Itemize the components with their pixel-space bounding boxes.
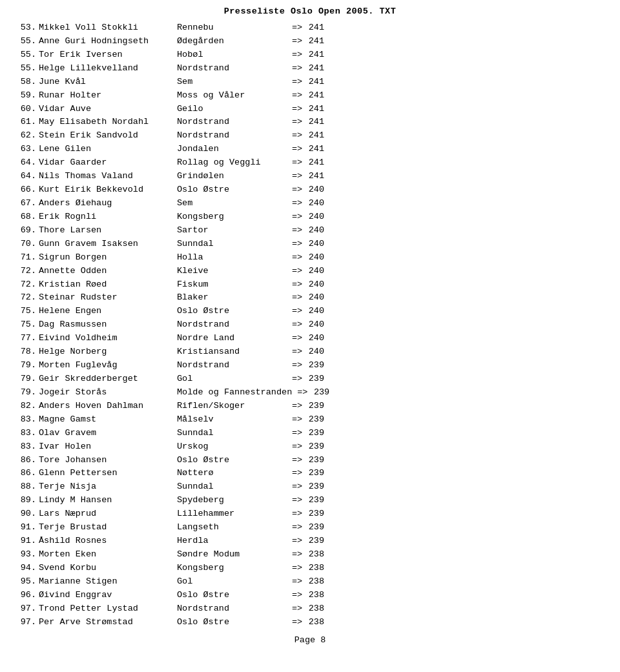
entry-city: Sunndal (177, 238, 287, 251)
list-container: 53.Mikkel Voll StokkliRennebu=>24155.Ann… (13, 21, 607, 629)
entry-arrow: => (289, 359, 305, 372)
entry-name: Sigrun Borgen (39, 251, 174, 265)
entry-arrow: => (289, 48, 305, 62)
list-item: 69.Thore LarsenSartor=>240 (13, 224, 607, 238)
entry-score: 240 (305, 332, 324, 345)
entry-city: Spydeberg (177, 494, 287, 507)
entry-score: 241 (305, 103, 324, 116)
entry-number: 72. (13, 278, 36, 292)
entry-name: Trond Petter Lystad (39, 602, 174, 616)
entry-city: Rollag og Veggli (177, 156, 287, 170)
entry-number: 68. (13, 210, 36, 224)
entry-arrow: => (289, 265, 305, 278)
entry-arrow: => (289, 427, 305, 440)
entry-number: 82. (13, 400, 36, 413)
entry-score: 240 (305, 278, 324, 292)
entry-city: Fiskum (177, 278, 287, 292)
list-item: 97.Trond Petter LystadNordstrand=>238 (13, 602, 607, 616)
entry-number: 93. (13, 548, 36, 562)
list-item: 75.Helene EngenOslo Østre=>240 (13, 305, 607, 318)
entry-name: Morten Fuglevåg (39, 359, 174, 372)
entry-score: 240 (305, 265, 324, 278)
entry-number: 62. (13, 129, 36, 143)
entry-score: 239 (305, 521, 324, 535)
entry-number: 64. (13, 156, 36, 170)
page-footer: Page 8 (13, 635, 607, 645)
entry-score: 241 (305, 116, 324, 129)
entry-name: Anders Hoven Dahlman (39, 400, 174, 413)
entry-score: 240 (305, 251, 324, 265)
entry-arrow: => (289, 548, 305, 562)
list-item: 72.Annette OddenKleive=>240 (13, 265, 607, 278)
entry-name: Vidar Auve (39, 103, 174, 116)
entry-city: Kristiansand (177, 345, 287, 359)
entry-score: 241 (305, 170, 324, 183)
entry-name: Nils Thomas Valand (39, 170, 174, 183)
entry-arrow: => (289, 480, 305, 494)
entry-city: Sartor (177, 224, 287, 238)
entry-score: 240 (305, 345, 324, 359)
entry-city: Gol (177, 372, 287, 386)
entry-city: Ødegården (177, 35, 287, 48)
entry-arrow: => (289, 197, 305, 210)
entry-arrow: => (289, 210, 305, 224)
entry-name: Ivar Holen (39, 440, 174, 454)
entry-score: 241 (305, 143, 324, 156)
entry-city: Nordstrand (177, 116, 287, 129)
entry-name: Per Arve Strømstad (39, 616, 174, 629)
entry-arrow: => (289, 89, 305, 103)
entry-arrow: => (289, 278, 305, 292)
entry-name: Anne Guri Hodningseth (39, 35, 174, 48)
entry-arrow: => (289, 224, 305, 238)
entry-number: 53. (13, 21, 36, 35)
entry-name: Runar Holter (39, 89, 174, 103)
entry-score: 240 (305, 183, 324, 197)
list-item: 77.Eivind VoldheimNordre Land=>240 (13, 332, 607, 345)
entry-name: Terje Brustad (39, 521, 174, 535)
list-item: 90.Lars NæprudLillehammer=>239 (13, 507, 607, 521)
entry-name: Glenn Pettersen (39, 467, 174, 480)
entry-name: Thore Larsen (39, 224, 174, 238)
list-item: 58.June KvålSem=>241 (13, 76, 607, 89)
list-item: 95.Marianne StigenGol=>238 (13, 575, 607, 589)
entry-arrow: => (289, 535, 305, 548)
list-item: 82.Anders Hoven DahlmanRiflen/Skoger=>23… (13, 400, 607, 413)
entry-arrow: => (289, 35, 305, 48)
list-item: 94.Svend KorbuKongsberg=>238 (13, 562, 607, 575)
entry-city: Lillehammer (177, 507, 287, 521)
entry-arrow: => (289, 454, 305, 467)
entry-city: Nordstrand (177, 602, 287, 616)
entry-city: Nordstrand (177, 359, 287, 372)
list-item: 64.Vidar GaarderRollag og Veggli=>241 (13, 156, 607, 170)
entry-arrow: => (289, 21, 305, 35)
entry-name: Lene Gilen (39, 143, 174, 156)
entry-number: 86. (13, 454, 36, 467)
entry-name: Svend Korbu (39, 562, 174, 575)
entry-arrow: => (289, 305, 305, 318)
entry-name: Geir Skredderberget (39, 372, 174, 386)
entry-city: Kongsberg (177, 562, 287, 575)
list-item: 89.Lindy M HansenSpydeberg=>239 (13, 494, 607, 507)
entry-number: 71. (13, 251, 36, 265)
entry-score: 239 (305, 480, 324, 494)
entry-number: 59. (13, 89, 36, 103)
entry-number: 66. (13, 183, 36, 197)
list-item: 91.Åshild RosnesHerdla=>239 (13, 535, 607, 548)
entry-arrow: => (289, 62, 305, 76)
entry-arrow: => (289, 103, 305, 116)
entry-city: Nøtterø (177, 467, 287, 480)
entry-score: 238 (305, 548, 324, 562)
list-item: 61.May Elisabeth NordahlNordstrand=>241 (13, 116, 607, 129)
entry-arrow: => (289, 521, 305, 535)
entry-score: 240 (305, 318, 324, 332)
entry-score: 241 (305, 21, 324, 35)
entry-score: 238 (305, 602, 324, 616)
entry-arrow: => (294, 386, 310, 400)
entry-score: 240 (305, 291, 324, 305)
entry-number: 97. (13, 616, 36, 629)
entry-city: Riflen/Skoger (177, 400, 287, 413)
entry-name: Kristian Røed (39, 278, 174, 292)
entry-name: Marianne Stigen (39, 575, 174, 589)
entry-score: 239 (305, 413, 324, 427)
list-item: 83.Magne GamstMålselv=>239 (13, 413, 607, 427)
